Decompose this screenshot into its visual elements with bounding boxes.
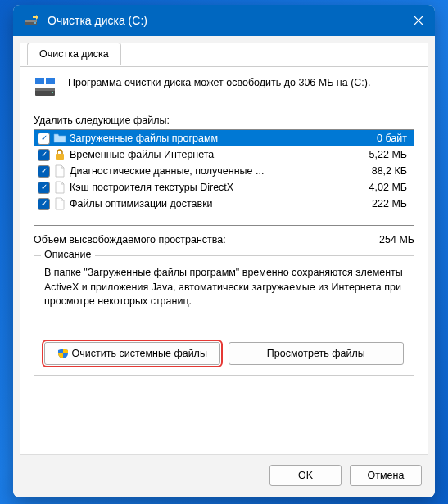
clean-system-files-label: Очистить системные файлы [72,348,207,359]
info-row: Программа очистки диска может освободить… [34,76,414,101]
info-text: Программа очистки диска может освободить… [68,76,370,91]
file-name: Файлы оптимизации доставки [70,198,369,209]
description-text: В папке "Загруженные файлы программ" вре… [44,266,404,309]
file-icon [53,164,66,178]
description-legend: Описание [41,249,95,260]
cancel-button[interactable]: Отмена [350,465,422,486]
file-icon [53,181,66,194]
file-size: 5,22 МБ [369,149,410,160]
file-size: 88,2 КБ [372,165,410,177]
check-icon: ✓ [41,167,48,175]
list-item[interactable]: ✓Кэш построителя текстуры DirectX4,02 МБ [34,179,414,196]
folder-icon [53,132,66,145]
list-item[interactable]: ✓Загруженные файлы программ0 байт [34,130,414,146]
total-label: Объем высвобождаемого пространства: [34,234,226,245]
list-item[interactable]: ✓Файлы оптимизации доставки222 МБ [34,196,414,212]
svg-rect-1 [25,20,37,22]
file-size: 4,02 МБ [369,182,410,193]
titlebar: Очистка диска (C:) [13,5,435,36]
svg-rect-8 [56,154,64,160]
total-value: 254 МБ [379,234,414,245]
file-name: Загруженные файлы программ [70,133,373,144]
checkbox[interactable]: ✓ [38,133,50,145]
close-button[interactable] [402,5,435,36]
list-item[interactable]: ✓Диагностические данные, полученные ...8… [34,163,414,179]
list-label: Удалить следующие файлы: [34,115,414,126]
view-files-button[interactable]: Просмотреть файлы [229,342,405,365]
svg-rect-3 [35,78,44,84]
svg-point-2 [34,22,36,24]
total-row: Объем высвобождаемого пространства: 254 … [34,234,414,245]
file-icon [53,197,66,210]
file-list[interactable]: ✓Загруженные файлы программ0 байт✓Времен… [34,129,414,226]
window-title: Очистка диска (C:) [48,14,402,27]
svg-rect-6 [35,88,55,91]
lock-icon [53,148,66,161]
dialog-body: Очистка диска Программа очистки диска мо… [20,43,428,455]
file-name: Диагностические данные, полученные ... [70,165,369,177]
dialog-footer: OK Отмена [13,455,435,497]
checkbox[interactable]: ✓ [38,149,50,161]
ok-button[interactable]: OK [269,465,342,486]
button-row: Очистить системные файлы Просмотреть фай… [44,342,404,365]
close-icon [414,16,423,25]
shield-icon [57,348,69,359]
divider [20,66,428,67]
content-area: Программа очистки диска может освободить… [20,43,428,389]
check-icon: ✓ [41,200,48,208]
dialog-window: Очистка диска (C:) Очистка диска Програм… [13,5,435,497]
description-fieldset: Описание В папке "Загруженные файлы прог… [34,255,414,376]
checkbox[interactable]: ✓ [38,182,50,194]
checkbox[interactable]: ✓ [38,198,50,210]
clean-system-files-button[interactable]: Очистить системные файлы [44,342,220,365]
checkbox[interactable]: ✓ [38,165,50,178]
file-name: Кэш построителя текстуры DirectX [70,182,366,193]
tab-cleanup[interactable]: Очистка диска [27,43,121,65]
drive-icon [34,76,58,101]
file-name: Временные файлы Интернета [70,149,366,160]
file-size: 0 байт [377,133,410,144]
svg-point-7 [52,92,53,93]
check-icon: ✓ [41,151,48,159]
file-size: 222 МБ [372,198,410,209]
list-item[interactable]: ✓Временные файлы Интернета5,22 МБ [34,146,414,163]
disk-cleanup-icon [25,13,39,28]
svg-rect-4 [46,78,55,84]
check-icon: ✓ [41,134,48,142]
view-files-label: Просмотреть файлы [267,348,365,359]
check-icon: ✓ [41,183,48,191]
